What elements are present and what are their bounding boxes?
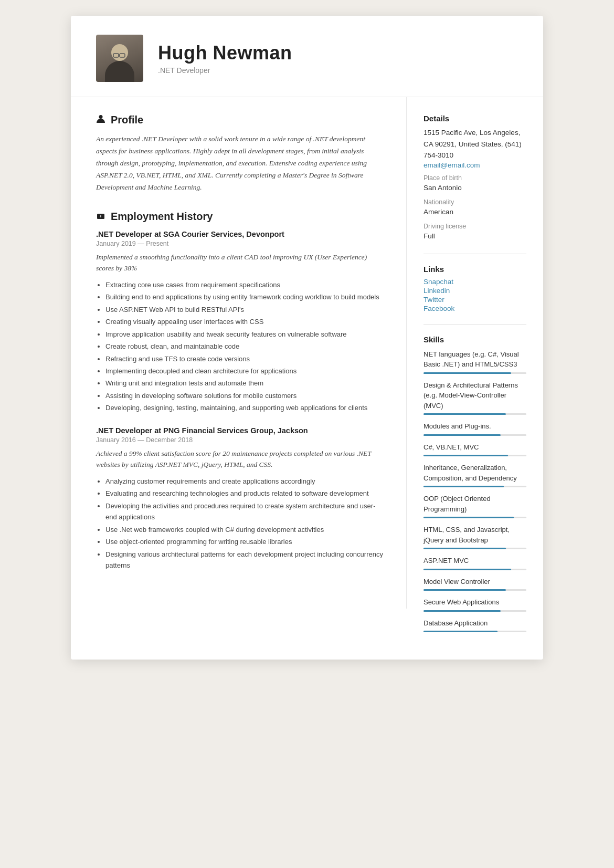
avatar [96,35,143,82]
job-bullets-2: Analyzing customer requirements and crea… [96,476,385,571]
skill-item-2: Modules and Plug-ins. [424,421,526,436]
svg-rect-1 [120,54,125,57]
bullet: Refracting and use TFS to create code ve… [105,353,385,364]
nationality-label: Nationality [424,198,526,206]
skill-bar-7 [424,569,526,570]
skill-bar-10 [424,631,526,632]
job-title-2: .NET Developer at PNG Financial Services… [96,426,385,435]
skill-bar-fill-4 [424,486,504,487]
bullet: Analyzing customer requirements and crea… [105,476,385,487]
details-email[interactable]: email@email.com [424,161,526,169]
job-title-1: .NET Developer at SGA Courier Services, … [96,230,385,238]
nationality-value: American [424,207,526,217]
employment-section-title: Employment History [96,211,385,223]
link-twitter[interactable]: Twitter [424,296,526,304]
bullet: Improve application usability and tweak … [105,329,385,340]
bullet: Extracting core use cases from requireme… [105,279,385,290]
skill-name-0: NET languages (e.g. C#, Visual Basic .NE… [424,349,526,370]
profile-section-title: Profile [96,114,385,126]
bullet: Assisting in developing software solutio… [105,390,385,401]
header-info: Hugh Newman .NET Developer [158,42,518,75]
details-address: 1515 Pacific Ave, Los Angeles, CA 90291,… [424,127,526,161]
skill-name-6: HTML, CSS, and Javascript, jQuery and Bo… [424,525,526,545]
job-date-1: January 2019 — Present [96,240,385,247]
bullet: Designing various architectural patterns… [105,549,385,571]
skill-name-7: ASP.NET MVC [424,556,526,566]
skill-bar-9 [424,610,526,612]
left-column: Profile An experienced .NET Developer wi… [71,97,407,609]
profile-section: Profile An experienced .NET Developer wi… [96,114,385,194]
bullet: Evaluating and researching technologies … [105,488,385,499]
bullet: Building end to end applications by usin… [105,291,385,302]
link-facebook[interactable]: Facebook [424,305,526,312]
skill-bar-4 [424,486,526,487]
main-layout: Profile An experienced .NET Developer wi… [71,97,543,660]
skill-item-4: Inheritance, Generalization, Composition… [424,463,526,487]
divider-2 [424,324,526,325]
profile-text: An experienced .NET Developer with a sol… [96,133,385,194]
job-desc-1: Implemented a smoothing functionality in… [96,252,385,274]
employment-title-text: Employment History [111,211,213,223]
skill-bar-fill-6 [424,548,506,549]
details-section: Details 1515 Pacific Ave, Los Angeles, C… [424,114,526,242]
job-desc-2: Achieved a 99% client satisfaction score… [96,448,385,470]
skill-bar-fill-0 [424,372,511,374]
skill-name-1: Design & Architectural Patterns (e.g. Mo… [424,380,526,411]
skill-name-8: Model View Controller [424,577,526,587]
skill-name-9: Secure Web Applications [424,597,526,608]
right-column: Details 1515 Pacific Ave, Los Angeles, C… [407,97,543,660]
skill-bar-0 [424,372,526,374]
details-title: Details [424,114,526,123]
link-snapchat[interactable]: Snapchat [424,278,526,286]
skill-item-3: C#, VB.NET, MVC [424,442,526,457]
bullet: Create robust, clean, and maintainable c… [105,341,385,352]
candidate-title: .NET Developer [158,66,518,75]
employment-section: Employment History .NET Developer at SGA… [96,211,385,571]
skill-name-10: Database Application [424,618,526,629]
divider-1 [424,254,526,254]
bullet: Creating visually appealing user interfa… [105,316,385,327]
bullet: Implementing decoupled and clean archite… [105,365,385,377]
links-title: Links [424,265,526,274]
bullet: Use object-oriented programming for writ… [105,536,385,547]
profile-title-text: Profile [111,114,143,126]
skill-item-5: OOP (Object Oriented Programming) [424,494,526,518]
skill-bar-fill-8 [424,589,506,591]
svg-rect-0 [113,54,119,57]
link-linkedin[interactable]: Linkedin [424,287,526,295]
skill-bar-fill-2 [424,434,501,436]
bullet: Writing unit and integration tests and a… [105,378,385,389]
skill-name-4: Inheritance, Generalization, Composition… [424,463,526,483]
skill-bar-5 [424,517,526,518]
skill-bar-fill-9 [424,610,501,612]
bullet: Developing, designing, testing, maintain… [105,402,385,413]
skill-bar-6 [424,548,526,549]
bullet: Developing the activities and procedures… [105,500,385,523]
job-date-2: January 2016 — December 2018 [96,436,385,444]
skill-bar-3 [424,455,526,456]
skill-item-0: NET languages (e.g. C#, Visual Basic .NE… [424,349,526,374]
job-bullets-1: Extracting core use cases from requireme… [96,279,385,414]
bullet: Use .Net web frameworks coupled with C# … [105,524,385,535]
job-item-1: .NET Developer at SGA Courier Services, … [96,230,385,414]
skill-item-7: ASP.NET MVC [424,556,526,570]
candidate-name: Hugh Newman [158,42,518,64]
links-section: Links Snapchat Linkedin Twitter Facebook [424,265,526,312]
skill-bar-2 [424,434,526,436]
employment-icon [96,211,105,223]
skill-bar-fill-7 [424,569,511,570]
profile-icon [96,114,105,126]
skill-name-3: C#, VB.NET, MVC [424,442,526,453]
resume-card: Hugh Newman .NET Developer Profile An e [71,16,543,660]
skill-bar-fill-5 [424,517,514,518]
skill-name-5: OOP (Object Oriented Programming) [424,494,526,514]
skill-bar-1 [424,413,526,415]
skill-item-9: Secure Web Applications [424,597,526,612]
skill-bar-8 [424,589,526,591]
skill-item-10: Database Application [424,618,526,633]
skills-section: Skills NET languages (e.g. C#, Visual Ba… [424,335,526,633]
svg-point-3 [99,115,103,119]
place-of-birth-value: San Antonio [424,183,526,193]
header: Hugh Newman .NET Developer [71,16,543,97]
driving-license-value: Full [424,231,526,242]
